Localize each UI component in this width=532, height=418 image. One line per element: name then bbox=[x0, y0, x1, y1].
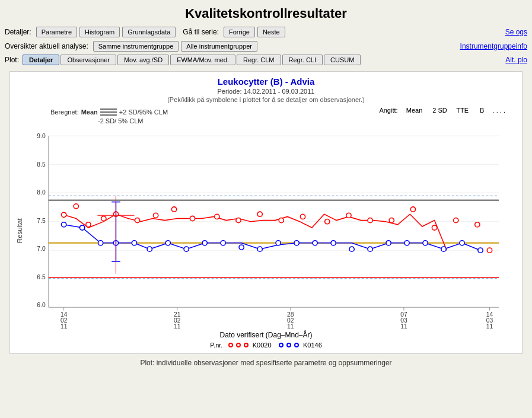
page-title: Kvalitetskontrollresultater bbox=[0, 0, 532, 25]
forrige-button[interactable]: Forrige bbox=[224, 27, 255, 37]
parametre-button[interactable]: Parametre bbox=[36, 27, 77, 37]
histogram-button[interactable]: Histogram bbox=[79, 27, 120, 37]
chart-section: Leukocytter (B) - Advia Periode: 14.02.2… bbox=[9, 71, 523, 354]
ytick-6: 6.0 bbox=[37, 302, 46, 308]
blue-point[interactable] bbox=[79, 225, 84, 230]
alle-instrumentgrupper-button[interactable]: Alle instrumentgrupper bbox=[181, 41, 257, 52]
blue-point[interactable] bbox=[349, 247, 354, 251]
blue-point[interactable] bbox=[98, 241, 103, 245]
instrumentgruppeinfo-link[interactable]: Instrumentgruppeinfo bbox=[460, 42, 527, 50]
legend-right: Angitt: Mean 2 SD TTE B . . . . bbox=[379, 107, 505, 114]
red-point[interactable] bbox=[236, 218, 241, 222]
plot-label: Plot: bbox=[5, 56, 19, 64]
angitt-label: Angitt: bbox=[379, 107, 397, 114]
blue-point[interactable] bbox=[368, 247, 372, 251]
x-axis-title: Dato verifisert (Dag–Mnd–År) bbox=[15, 331, 517, 339]
red-point[interactable] bbox=[325, 219, 330, 224]
blue-point[interactable] bbox=[460, 241, 464, 245]
ytick-7: 7.0 bbox=[37, 245, 46, 252]
plot-tabs-row: Plot: Detaljer Observasjoner Mov. avg./S… bbox=[0, 53, 532, 66]
angitt-mean: Mean bbox=[403, 107, 426, 114]
red-point[interactable] bbox=[171, 207, 176, 212]
red-point[interactable] bbox=[279, 218, 283, 222]
red-point[interactable] bbox=[190, 216, 195, 221]
chart-title: Leukocytter (B) - Advia bbox=[15, 76, 517, 87]
alt-plot-link[interactable]: Alt. plo bbox=[505, 56, 527, 64]
tab-observasjoner[interactable]: Observasjoner bbox=[60, 55, 116, 65]
blue-point[interactable] bbox=[294, 241, 299, 245]
legend-left: Beregnet: Mean +2 SD/95% CLM -2 SD/ 5% C… bbox=[50, 107, 168, 125]
blue-point[interactable] bbox=[276, 241, 281, 245]
blue-point[interactable] bbox=[313, 241, 317, 245]
red-point[interactable] bbox=[368, 218, 372, 222]
xdate-5-line3: 11 bbox=[486, 323, 493, 328]
xdate-1-line3: 11 bbox=[60, 323, 68, 328]
chart-container[interactable]: Resultat 9.0 8.5 8.0 7.5 7.0 6.5 bbox=[15, 127, 517, 328]
neste-button[interactable]: Neste bbox=[257, 27, 285, 37]
y-axis-label: Resultat bbox=[16, 218, 23, 243]
blue-point[interactable] bbox=[165, 241, 170, 245]
red-point[interactable] bbox=[475, 222, 480, 227]
blue-point[interactable] bbox=[404, 241, 409, 245]
red-point[interactable] bbox=[153, 213, 158, 218]
red-point[interactable] bbox=[135, 218, 139, 222]
red-point[interactable] bbox=[410, 207, 415, 212]
chart-periode: Periode: 14.02.2011 - 09.03.2011 bbox=[15, 88, 517, 95]
red-point[interactable] bbox=[257, 212, 262, 216]
tab-regr-cli[interactable]: Regr. CLI bbox=[282, 55, 323, 65]
tab-detaljer[interactable]: Detaljer bbox=[23, 55, 59, 65]
red-point[interactable] bbox=[62, 212, 66, 217]
beregnet-label: Beregnet: bbox=[50, 109, 79, 116]
red-point[interactable] bbox=[432, 225, 437, 230]
red-point[interactable] bbox=[454, 218, 458, 222]
red-point[interactable] bbox=[74, 204, 78, 209]
blue-point[interactable] bbox=[331, 241, 336, 245]
mean-lines-icon bbox=[100, 107, 117, 117]
toolbar-row-2: Oversikter aktuell analyse: Samme instru… bbox=[0, 39, 532, 53]
blue-point[interactable] bbox=[147, 247, 152, 251]
blue-point[interactable] bbox=[257, 247, 262, 251]
blue-series-line bbox=[64, 225, 480, 250]
blue-point[interactable] bbox=[423, 241, 428, 245]
angitt-2sd: 2 SD bbox=[431, 107, 449, 114]
tab-mov-avg-sd[interactable]: Mov. avg./SD bbox=[117, 55, 169, 65]
blue-point[interactable] bbox=[478, 248, 483, 253]
ytick-75: 7.5 bbox=[37, 218, 46, 224]
p-nr-label: P.nr. bbox=[210, 342, 222, 349]
red-point[interactable] bbox=[300, 214, 305, 219]
tab-regr-clm[interactable]: Regr. CLM bbox=[237, 55, 281, 65]
ytick-65: 6.5 bbox=[37, 274, 46, 280]
red-point[interactable] bbox=[215, 214, 219, 219]
blue-point[interactable] bbox=[239, 245, 244, 250]
ytick-9: 9.0 bbox=[37, 133, 46, 139]
legend-area: Beregnet: Mean +2 SD/95% CLM -2 SD/ 5% C… bbox=[15, 107, 517, 125]
plot-footer: Plot: individuelle observasjoner med spe… bbox=[0, 359, 532, 367]
blue-point[interactable] bbox=[202, 241, 207, 245]
tab-cusum[interactable]: CUSUM bbox=[324, 55, 361, 65]
se-ogsa-link[interactable]: Se ogs bbox=[505, 28, 527, 36]
blue-point[interactable] bbox=[386, 241, 391, 245]
k0020-dot-1 bbox=[228, 343, 233, 347]
red-point[interactable] bbox=[487, 248, 492, 253]
blue-point[interactable] bbox=[221, 241, 225, 245]
angitt-tte: TTE bbox=[454, 107, 472, 114]
blue-point[interactable] bbox=[62, 222, 66, 227]
grunnlagsdata-button[interactable]: Grunnlagsdata bbox=[122, 27, 176, 37]
toolbar-row-1: Detaljer: Parametre Histogram Grunnlagsd… bbox=[0, 25, 532, 39]
samme-instrumentgruppe-button[interactable]: Samme instrumentgruppe bbox=[93, 41, 179, 52]
tab-ewma[interactable]: EWMA/Mov. med. bbox=[170, 55, 235, 65]
oversikter-label: Oversikter aktuell analyse: bbox=[5, 42, 88, 50]
detaljer-label: Detaljer: bbox=[5, 28, 31, 36]
p-nr-row: P.nr. K0020 K0146 bbox=[15, 342, 517, 349]
blue-point[interactable] bbox=[132, 241, 136, 245]
angitt-dots: . . . . bbox=[493, 107, 505, 114]
red-point[interactable] bbox=[101, 216, 106, 221]
k0020-label: K0020 bbox=[253, 342, 272, 349]
upper-clm-label: +2 SD/95% CLM bbox=[119, 109, 168, 116]
blue-point[interactable] bbox=[184, 247, 189, 251]
blue-point[interactable] bbox=[441, 247, 446, 251]
red-point[interactable] bbox=[389, 218, 394, 222]
red-point[interactable] bbox=[86, 222, 91, 227]
red-point[interactable] bbox=[346, 213, 351, 218]
k0020-dot-3 bbox=[244, 343, 249, 347]
